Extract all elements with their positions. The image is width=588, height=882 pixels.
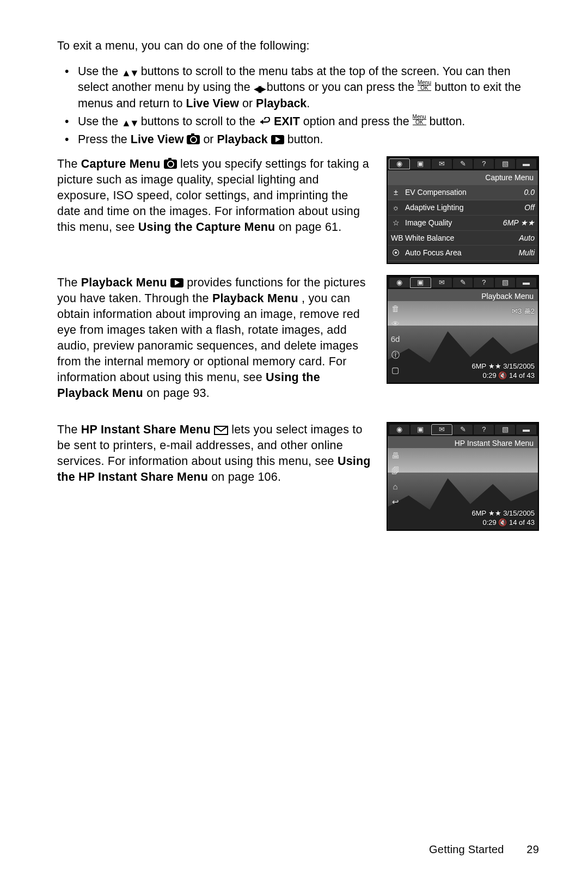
tab-capture: ◉	[389, 278, 409, 287]
menu-ok-icon: MenuOK	[413, 114, 426, 125]
text-fragment: buttons to scroll to the	[141, 115, 259, 128]
up-down-arrows-icon: ▲▼	[121, 66, 138, 79]
share-side-icons: 🖶 🗐 ⌂ ↩	[389, 450, 401, 526]
tab-card: ▧	[495, 278, 515, 287]
mail-count: ✉3	[512, 307, 522, 315]
row-label: EV Compensation	[405, 187, 520, 198]
text-fragment: or	[242, 97, 256, 110]
text-fragment: or	[203, 133, 217, 146]
tab-setup: ✎	[453, 159, 473, 169]
row-label: Adaptive Lighting	[405, 203, 520, 213]
playback-menu-section: The Playback Menu provides functions for…	[57, 275, 539, 411]
advice-icon: 6d	[389, 334, 401, 345]
text-fragment: The	[57, 423, 81, 436]
share-menu-screenshot: ◉ ▣ ✉ ✎ ? ▧ ▬ HP Instant Share Menu 🖶 🗐 …	[387, 422, 539, 531]
print-copies-icon: 🗐	[389, 465, 401, 476]
share-menu-title: HP Instant Share Menu	[81, 423, 211, 436]
section-name: Getting Started	[429, 843, 504, 855]
tab-capture: ◉	[389, 159, 409, 169]
exit-options-list: Use the ▲▼ buttons to scroll to the menu…	[57, 64, 539, 148]
text-fragment: Use the	[78, 65, 121, 78]
playback-side-icons: 🗑 👁 6d ⓘ ▢	[389, 303, 401, 379]
row-value: Off	[524, 203, 535, 213]
text-fragment: button.	[430, 115, 465, 128]
menu-tabs: ◉ ▣ ✉ ✎ ? ▧ ▬	[388, 157, 538, 170]
info-icon: ⓘ	[389, 350, 401, 360]
live-view-label: Live View	[131, 133, 184, 146]
menu-tabs: ◉ ▣ ✉ ✎ ? ▧ ▬	[388, 423, 538, 436]
row-label: Image Quality	[405, 218, 499, 228]
tab-share: ✉	[432, 425, 452, 434]
text-fragment: The	[57, 276, 81, 289]
delete-icon: 🗑	[389, 303, 401, 314]
camera-icon	[164, 160, 177, 169]
capture-menu-title: Capture Menu	[81, 157, 161, 170]
share-menu-text: The HP Instant Share Menu lets you selec…	[57, 422, 375, 485]
row-value: Auto	[519, 233, 535, 243]
menu-ok-icon: MenuOK	[418, 80, 431, 91]
up-down-arrows-icon: ▲▼	[121, 117, 138, 130]
page-footer: Getting Started 29	[429, 842, 539, 857]
text-fragment: The	[57, 157, 81, 170]
share-menu-section: The HP Instant Share Menu lets you selec…	[57, 422, 539, 531]
photo-meta-line: 6MP ★★ 3/15/2005	[471, 362, 535, 371]
playback-icon	[170, 278, 183, 287]
photo-info: 6MP ★★ 3/15/2005 0:29 🔇 14 of 43	[471, 509, 535, 528]
row-value: 0.0	[524, 187, 535, 198]
playback-menu-title: Playback Menu	[81, 276, 167, 289]
menu-row: ⦿Auto Focus AreaMulti	[388, 246, 538, 261]
tab-playback: ▣	[411, 159, 431, 169]
row-icon: ☆	[391, 218, 401, 228]
tab-help: ?	[474, 425, 494, 434]
exit-label: EXIT	[274, 115, 300, 128]
tab-share: ✉	[432, 278, 452, 287]
tab-playback: ▣	[411, 425, 431, 434]
text-fragment: .	[307, 97, 310, 110]
menu-row: ±EV Compensation0.0	[388, 185, 538, 200]
playback-label: Playback	[256, 97, 307, 110]
row-icon: ⦿	[391, 248, 401, 258]
text-fragment: , you can obtain information about impro…	[57, 292, 360, 384]
tab-setup: ✎	[453, 425, 473, 434]
menu-row: ☼Adaptive LightingOff	[388, 200, 538, 216]
camera-icon	[187, 135, 200, 144]
tab-playback: ▣	[411, 278, 431, 287]
tab-battery: ▬	[516, 278, 536, 287]
photo-meta-line: 6MP ★★ 3/15/2005	[471, 509, 535, 518]
row-icon: ☼	[391, 203, 401, 213]
status-icons: ✉3 🖶2	[512, 307, 535, 316]
back-arrow-icon	[259, 115, 271, 128]
row-icon: ±	[391, 187, 401, 198]
row-label: Auto Focus Area	[405, 248, 514, 258]
mail-icon	[214, 426, 228, 435]
text-fragment: buttons or you can press the	[267, 81, 418, 94]
print-icon: 🖶	[389, 450, 401, 461]
page-number: 29	[526, 842, 539, 857]
photo-meta-line: 0:29 🔇 14 of 43	[471, 371, 535, 381]
bullet-3: Press the Live View or Playback button.	[57, 132, 539, 148]
tab-card: ▧	[495, 425, 515, 434]
capture-menu-text: The Capture Menu lets you specify settin…	[57, 156, 375, 235]
capture-menu-section: The Capture Menu lets you specify settin…	[57, 156, 539, 264]
text-fragment: on page 106.	[211, 470, 281, 483]
intro-text: To exit a menu, you can do one of the fo…	[57, 38, 539, 54]
tab-help: ?	[474, 278, 494, 287]
print-count: 🖶2	[524, 307, 535, 315]
capture-menu-ref: Using the Capture Menu	[138, 220, 275, 234]
redeye-icon: 👁	[389, 318, 401, 329]
row-value: Multi	[518, 248, 535, 258]
tab-card: ▧	[495, 159, 515, 169]
screen-title: Capture Menu	[388, 170, 538, 185]
playback-label: Playback	[217, 133, 267, 146]
menu-row: WBWhite BalanceAuto	[388, 231, 538, 246]
playback-menu-title: Playback Menu	[212, 292, 298, 305]
playback-menu-screenshot: ◉ ▣ ✉ ✎ ? ▧ ▬ Playback Menu 🗑 👁 6d ⓘ ▢ ✉…	[387, 275, 539, 384]
text-fragment: option and press the	[303, 115, 413, 128]
playback-menu-text: The Playback Menu provides functions for…	[57, 275, 375, 401]
back-icon: ↩	[389, 497, 401, 507]
playback-icon	[271, 135, 284, 144]
row-icon: WB	[391, 233, 401, 243]
menu-row: ☆Image Quality6MP ★★	[388, 216, 538, 231]
tab-help: ?	[474, 159, 494, 169]
tab-capture: ◉	[389, 425, 409, 434]
